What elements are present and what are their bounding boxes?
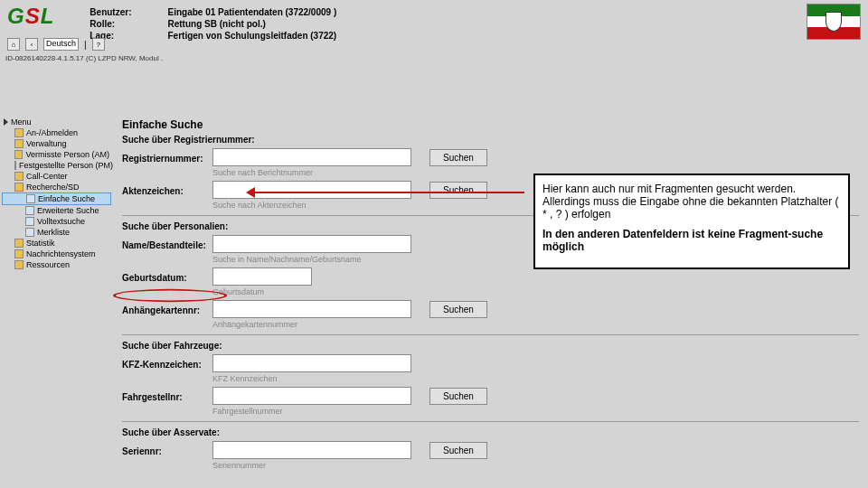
folder-icon bbox=[14, 172, 24, 181]
label-geburtsdatum: Geburtsdatum: bbox=[122, 271, 212, 283]
label-rolle: Rolle: bbox=[90, 19, 131, 29]
input-seriennr[interactable] bbox=[212, 441, 411, 459]
input-registriernummer[interactable] bbox=[212, 148, 411, 166]
sidebar-item[interactable]: Vermisste Person (AM) bbox=[2, 149, 111, 160]
sidebar: Menu An-/AbmeldenVerwaltungVermisste Per… bbox=[0, 115, 113, 477]
sidebar-item-label: Statistik bbox=[26, 239, 55, 248]
hint-kfz: KFZ Kennzeichen bbox=[212, 374, 859, 383]
label-registriernummer: Registriernummer: bbox=[122, 152, 212, 164]
sidebar-item[interactable]: Nachrichtensystem bbox=[2, 249, 111, 259]
annotation-callout: Hier kann auch nur mit Fragmenten gesuch… bbox=[533, 174, 850, 269]
nrw-flag-icon bbox=[807, 4, 861, 40]
divider bbox=[122, 421, 859, 422]
callout-text-2: Allerdings muss die Eingabe ohne die bek… bbox=[542, 195, 839, 221]
file-icon bbox=[25, 217, 34, 226]
input-fahrgestell[interactable] bbox=[212, 387, 411, 405]
section-registriernummer: Suche über Registriernummer: bbox=[122, 135, 859, 145]
sidebar-item-label: Festgestellte Person (PM) bbox=[19, 161, 113, 170]
sidebar-item[interactable]: Call-Center bbox=[2, 171, 111, 182]
sidebar-item[interactable]: Verwaltung bbox=[2, 138, 111, 149]
input-kfz[interactable] bbox=[212, 354, 411, 372]
sidebar-item[interactable]: Merkliste bbox=[2, 227, 111, 238]
header: GSL Benutzer: Rolle: Lage: Eingabe 01 Pa… bbox=[0, 0, 868, 44]
sidebar-item-label: Recherche/SD bbox=[26, 183, 80, 192]
file-icon bbox=[26, 194, 35, 203]
label-kfz: KFZ-Kennzeichen: bbox=[122, 358, 212, 370]
sidebar-item[interactable]: Volltextsuche bbox=[2, 216, 111, 227]
input-anhaengekarte[interactable] bbox=[212, 300, 411, 318]
label-name: Name/Bestandteile: bbox=[122, 239, 212, 250]
folder-icon bbox=[14, 249, 24, 258]
input-name[interactable] bbox=[212, 235, 411, 253]
page-title: Einfache Suche bbox=[122, 118, 859, 131]
section-asservate: Suche über Asservate: bbox=[122, 427, 859, 437]
sidebar-item-label: Einfache Suche bbox=[38, 194, 95, 203]
sidebar-item-label: Nachrichtensystem bbox=[26, 249, 96, 258]
annotation-arrow bbox=[253, 192, 524, 193]
folder-icon bbox=[14, 139, 24, 148]
sidebar-item-label: Call-Center bbox=[26, 172, 68, 181]
sidebar-item[interactable]: Recherche/SD bbox=[2, 182, 111, 192]
sidebar-item[interactable]: Einfache Suche bbox=[2, 192, 111, 205]
sidebar-item-label: An-/Abmelden bbox=[26, 128, 78, 137]
divider bbox=[122, 334, 859, 335]
callout-text-3: In den anderen Datenfeldern ist keine Fr… bbox=[542, 228, 823, 253]
folder-icon bbox=[14, 161, 16, 170]
sidebar-item[interactable]: An-/Abmelden bbox=[2, 127, 111, 138]
help-icon[interactable]: ? bbox=[92, 38, 105, 51]
status-bar: ID-0826140228-4.1.5.17 (C) LZPD NRW, Mod… bbox=[0, 52, 168, 64]
label-anhaengekarte: Anhängekartennr: bbox=[122, 304, 212, 315]
callout-text-1: Hier kann auch nur mit Fragmenten gesuch… bbox=[542, 183, 796, 195]
file-icon bbox=[25, 228, 34, 237]
sidebar-item[interactable]: Erweiterte Suche bbox=[2, 205, 111, 216]
suchen-button[interactable]: Suchen bbox=[429, 388, 487, 405]
hint-geburtsdatum: Geburtsdatum bbox=[212, 287, 859, 296]
suchen-button[interactable]: Suchen bbox=[429, 301, 487, 318]
hint-anhaengekarte: Anhängekartennummer bbox=[212, 320, 859, 329]
folder-icon bbox=[14, 183, 24, 192]
separator: | bbox=[84, 40, 87, 50]
sidebar-title[interactable]: Menu bbox=[2, 117, 111, 127]
section-fahrzeuge: Suche über Fahrzeuge: bbox=[122, 341, 859, 351]
sidebar-item-label: Erweiterte Suche bbox=[37, 206, 99, 215]
folder-icon bbox=[14, 128, 24, 137]
sidebar-item[interactable]: Ressourcen bbox=[2, 259, 111, 270]
language-select[interactable]: Deutsch bbox=[43, 38, 79, 51]
input-aktenzeichen[interactable] bbox=[212, 181, 411, 199]
value-benutzer: Eingabe 01 Patientendaten (3722/0009 ) bbox=[167, 7, 336, 17]
home-icon[interactable]: ⌂ bbox=[7, 38, 20, 51]
content-area: Einfache Suche Suche über Registriernumm… bbox=[113, 115, 868, 477]
sidebar-item-label: Volltextsuche bbox=[37, 217, 85, 226]
back-icon[interactable]: ‹ bbox=[25, 38, 38, 51]
hint-fahrgestell: Fahrgestellnummer bbox=[212, 407, 859, 416]
suchen-button[interactable]: Suchen bbox=[429, 182, 487, 199]
label-aktenzeichen: Aktenzeichen: bbox=[122, 184, 212, 196]
hint-seriennr: Seriennummer bbox=[212, 461, 859, 470]
header-controls: ⌂ ‹ Deutsch | ? bbox=[7, 38, 105, 51]
app-logo: GSL bbox=[7, 4, 53, 29]
folder-icon bbox=[14, 150, 23, 159]
sidebar-item-label: Merkliste bbox=[37, 228, 70, 237]
sidebar-item-label: Verwaltung bbox=[26, 139, 67, 148]
folder-icon bbox=[14, 239, 24, 248]
suchen-button[interactable]: Suchen bbox=[429, 442, 487, 459]
arrow-icon bbox=[4, 118, 8, 126]
sidebar-item-label: Ressourcen bbox=[26, 260, 70, 269]
file-icon bbox=[25, 206, 34, 215]
label-seriennr: Seriennr: bbox=[122, 445, 212, 456]
input-geburtsdatum[interactable] bbox=[212, 267, 312, 286]
value-lage: Fertigen von Schulungsleitfaden (3722) bbox=[167, 31, 336, 41]
value-rolle: Rettung SB (nicht pol.) bbox=[167, 19, 336, 29]
sidebar-item[interactable]: Festgestellte Person (PM) bbox=[2, 160, 111, 171]
label-benutzer: Benutzer: bbox=[90, 7, 131, 17]
sidebar-item[interactable]: Statistik bbox=[2, 238, 111, 249]
suchen-button[interactable]: Suchen bbox=[429, 149, 487, 166]
sidebar-item-label: Vermisste Person (AM) bbox=[25, 150, 109, 159]
label-fahrgestell: Fahrgestellnr: bbox=[122, 390, 212, 402]
folder-icon bbox=[14, 260, 24, 269]
